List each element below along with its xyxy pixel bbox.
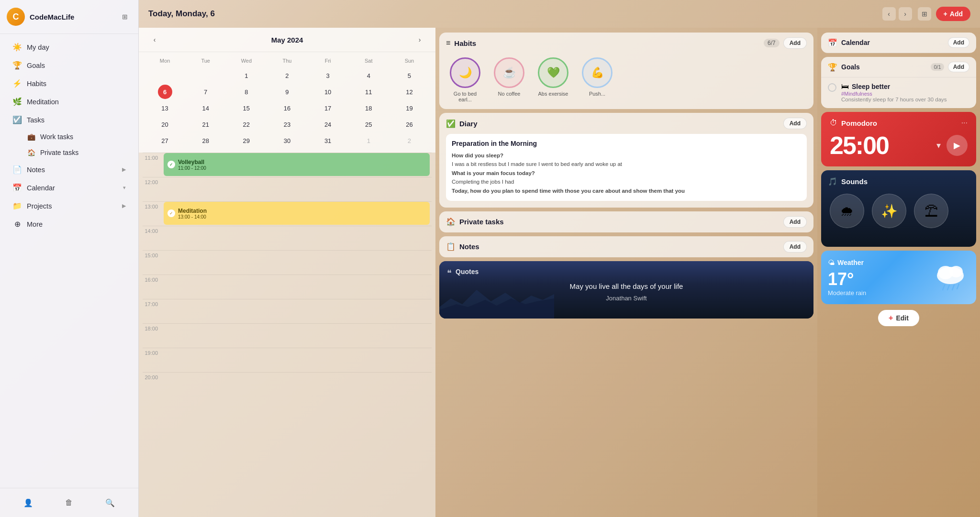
cal-day-1[interactable]: 1 [361,133,376,148]
sidebar-item-more[interactable]: ⊕ More [4,215,134,233]
weather-title: Weather [837,259,864,266]
svg-line-3 [943,285,945,290]
calendar-month-label: May 2024 [271,36,303,44]
sidebar-label-meditation: Meditation [27,98,59,106]
cal-day-6[interactable]: 6 [158,85,172,99]
sidebar-item-projects[interactable]: 📁 Projects ▶ [4,197,134,215]
cal-day-21[interactable]: 21 [199,117,213,132]
cal-day-16[interactable]: 16 [280,101,294,115]
cal-day-27[interactable]: 27 [158,133,172,148]
cal-day-24[interactable]: 24 [321,117,335,132]
habit-item-gotobedearl[interactable]: 🌙 Go to bed earl... [446,57,484,102]
cal-day-7[interactable]: 7 [199,85,213,99]
privatetasks-icon: 🏠 [27,149,35,156]
sidebar-item-worktasks[interactable]: 💼 Work tasks [4,129,134,144]
pomodoro-menu-button[interactable]: ··· [961,119,968,127]
edit-plus-icon: + [889,314,893,322]
sidebar-item-habits[interactable]: ⚡ Habits [4,75,134,92]
day-header-fri: Fri [308,56,348,66]
time-label-1300: 13:00 [143,202,162,209]
private-tasks-add-button[interactable]: Add [783,216,807,228]
habit-item-absexersise[interactable]: 💚 Abs exersise [534,57,572,102]
cal-day-15[interactable]: 15 [239,101,254,115]
notes-widget-icon: 📋 [446,242,456,251]
diary-widget-header: ✅ Diary Add [439,113,813,134]
cal-day-12[interactable]: 12 [402,85,416,99]
calendar-right-add-button[interactable]: Add [948,37,969,48]
cal-day-25[interactable]: 25 [361,117,376,132]
cal-day-26[interactable]: 26 [402,117,416,132]
sidebar-item-myday[interactable]: ☀️ My day [4,38,134,56]
cal-day-30[interactable]: 30 [280,133,294,148]
sidebar-item-goals[interactable]: 🏆 Goals [4,56,134,74]
cal-day-11[interactable]: 11 [361,85,376,99]
cal-day-31[interactable]: 31 [321,133,335,148]
sidebar-item-tasks[interactable]: ☑️ Tasks [4,111,134,129]
private-tasks-title: Private tasks [459,218,780,226]
event-meditation[interactable]: ✓ Meditation 13:00 - 14:00 [164,202,430,225]
sidebar-item-privatetasks[interactable]: 🏠 Private tasks [4,145,134,160]
diary-widget-title: Diary [459,120,780,128]
cal-day-18[interactable]: 18 [361,101,376,115]
edit-button[interactable]: + Edit [878,310,919,326]
add-main-button[interactable]: + Edit Add [936,7,970,21]
cal-day-5[interactable]: 5 [402,68,416,83]
layers-icon[interactable]: ⊞ [918,7,931,21]
cal-day-1[interactable]: 1 [239,68,254,83]
notes-widget-title: Notes [459,242,780,251]
sidebar-username: CodeMacLife [30,13,113,21]
cal-next-button[interactable]: › [413,33,426,46]
cal-day-17[interactable]: 17 [321,101,335,115]
cal-day-23[interactable]: 23 [280,117,294,132]
cal-day-9[interactable]: 9 [280,85,294,99]
tasks-icon: ☑️ [12,115,22,124]
expand-icon[interactable]: ⊞ [118,10,132,23]
trash-button[interactable]: 🗑 [60,494,78,511]
widgets-panel: ≡ Habits 6/7 Add 🌙 Go to bed earl... ☕ N… [435,28,817,517]
habit-circle-nocoffee: ☕ [494,57,524,88]
prev-button[interactable]: ‹ [882,7,896,21]
quotes-text: May you live all the days of your life [570,281,683,292]
cal-day-14[interactable]: 14 [199,101,213,115]
time-slot-1900: 19:00 [143,348,432,372]
sounds-music-icon: 🎵 [828,177,837,186]
time-slot-1800: 18:00 [143,323,432,348]
event-volleyball[interactable]: ✓ Volleyball 11:00 - 12:00 [164,153,430,176]
pomodoro-play-button[interactable]: ▶ [947,135,968,156]
habits-add-button[interactable]: Add [783,37,807,49]
notes-add-button[interactable]: Add [783,241,807,253]
cal-day-20[interactable]: 20 [158,117,172,132]
sidebar-item-notes[interactable]: 📄 Notes ▶ [4,161,134,178]
cal-day-2[interactable]: 2 [280,68,294,83]
sidebar-item-meditation[interactable]: 🌿 Meditation [4,93,134,110]
cal-prev-button[interactable]: ‹ [148,33,161,46]
diary-add-button[interactable]: Add [783,118,807,129]
cal-day-19[interactable]: 19 [402,101,416,115]
edit-label: Edit [896,314,908,322]
sounds-widget: 🎵 Sounds 🌧 ✨ ⛱ [821,170,976,247]
goals-right-add-button[interactable]: Add [948,62,969,72]
cal-day-22[interactable]: 22 [239,117,254,132]
sound-circle-beach[interactable]: ⛱ [914,194,948,228]
cal-day-28[interactable]: 28 [199,133,213,148]
search-button[interactable]: 🔍 [101,494,119,511]
goal-checkbox-sleepbetter[interactable] [828,83,836,92]
habit-item-push[interactable]: 💪 Push... [578,57,616,102]
user-profile-button[interactable]: 👤 [20,494,37,511]
cal-day-4[interactable]: 4 [361,68,376,83]
sound-circle-rain[interactable]: 🌧 [830,194,864,228]
habits-widget: ≡ Habits 6/7 Add 🌙 Go to bed earl... ☕ N… [439,33,813,109]
cal-day-13[interactable]: 13 [158,101,172,115]
cal-day-8[interactable]: 8 [239,85,254,99]
sound-circle-magic[interactable]: ✨ [872,194,906,228]
next-button[interactable]: › [899,7,912,21]
cal-day-29[interactable]: 29 [239,133,254,148]
habit-item-nocoffee[interactable]: ☕ No coffee [490,57,528,102]
cal-day-2[interactable]: 2 [402,133,416,148]
pomodoro-dropdown-icon[interactable]: ▾ [936,140,941,151]
cal-day-10[interactable]: 10 [321,85,335,99]
cal-day-3[interactable]: 3 [321,68,335,83]
goals-right-title: Goals [841,63,927,71]
more-icon: ⊕ [12,220,22,229]
sidebar-item-calendar[interactable]: 📅 Calendar ▾ [4,179,134,197]
